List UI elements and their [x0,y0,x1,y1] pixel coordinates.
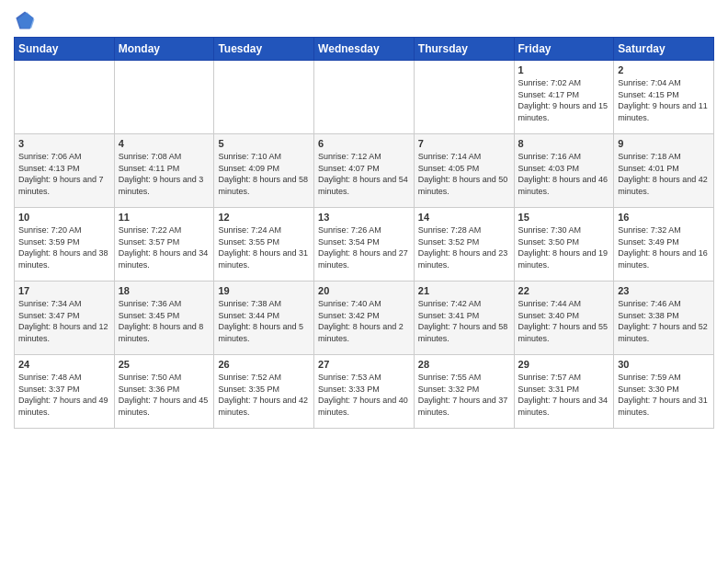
day-number: 24 [18,359,110,370]
day-info: Sunrise: 7:20 AM Sunset: 3:59 PM Dayligh… [18,224,110,270]
day-info: Sunrise: 7:06 AM Sunset: 4:13 PM Dayligh… [18,151,110,197]
calendar-cell: 10Sunrise: 7:20 AM Sunset: 3:59 PM Dayli… [15,208,115,282]
day-number: 8 [518,138,610,149]
day-info: Sunrise: 7:16 AM Sunset: 4:03 PM Dayligh… [518,151,610,197]
day-number: 17 [18,285,110,296]
day-number: 22 [518,285,610,296]
day-number: 20 [318,285,410,296]
day-number: 23 [618,285,710,296]
calendar-cell: 6Sunrise: 7:12 AM Sunset: 4:07 PM Daylig… [314,134,415,208]
calendar-week-row: 1Sunrise: 7:02 AM Sunset: 4:17 PM Daylig… [15,61,714,134]
weekday-header-friday: Friday [514,38,614,61]
calendar-cell: 8Sunrise: 7:16 AM Sunset: 4:03 PM Daylig… [514,134,614,208]
day-number: 10 [18,212,110,223]
day-info: Sunrise: 7:28 AM Sunset: 3:52 PM Dayligh… [418,224,510,270]
page-container: SundayMondayTuesdayWednesdayThursdayFrid… [0,0,728,438]
day-number: 7 [418,138,510,149]
day-number: 4 [119,138,210,149]
day-info: Sunrise: 7:14 AM Sunset: 4:05 PM Dayligh… [418,151,510,197]
day-info: Sunrise: 7:04 AM Sunset: 4:15 PM Dayligh… [618,77,710,123]
calendar-week-row: 17Sunrise: 7:34 AM Sunset: 3:47 PM Dayli… [15,282,714,355]
day-info: Sunrise: 7:57 AM Sunset: 3:31 PM Dayligh… [518,372,610,418]
day-number: 12 [218,212,310,223]
calendar-cell: 30Sunrise: 7:59 AM Sunset: 3:30 PM Dayli… [614,355,714,429]
day-number: 9 [618,138,710,149]
day-info: Sunrise: 7:55 AM Sunset: 3:32 PM Dayligh… [418,372,510,418]
day-number: 30 [618,359,710,370]
calendar-cell: 20Sunrise: 7:40 AM Sunset: 3:42 PM Dayli… [314,282,415,355]
day-info: Sunrise: 7:12 AM Sunset: 4:07 PM Dayligh… [318,151,410,197]
calendar-cell: 24Sunrise: 7:48 AM Sunset: 3:37 PM Dayli… [15,355,115,429]
day-info: Sunrise: 7:50 AM Sunset: 3:36 PM Dayligh… [119,372,210,418]
calendar-cell: 21Sunrise: 7:42 AM Sunset: 3:41 PM Dayli… [414,282,514,355]
calendar-cell: 12Sunrise: 7:24 AM Sunset: 3:55 PM Dayli… [214,208,314,282]
calendar-cell: 5Sunrise: 7:10 AM Sunset: 4:09 PM Daylig… [214,134,314,208]
logo-icon [14,9,36,31]
day-number: 14 [418,212,510,223]
day-number: 16 [618,212,710,223]
day-number: 2 [618,64,710,75]
calendar-table: SundayMondayTuesdayWednesdayThursdayFrid… [14,37,714,429]
calendar-cell [414,61,514,134]
calendar-cell: 22Sunrise: 7:44 AM Sunset: 3:40 PM Dayli… [514,282,614,355]
day-info: Sunrise: 7:40 AM Sunset: 3:42 PM Dayligh… [318,298,410,344]
day-number: 25 [119,359,210,370]
calendar-cell: 11Sunrise: 7:22 AM Sunset: 3:57 PM Dayli… [114,208,214,282]
day-number: 19 [218,285,310,296]
day-number: 15 [518,212,610,223]
calendar-cell [114,61,214,134]
weekday-header-sunday: Sunday [15,38,115,61]
calendar-cell: 28Sunrise: 7:55 AM Sunset: 3:32 PM Dayli… [414,355,514,429]
weekday-header-wednesday: Wednesday [314,38,415,61]
calendar-cell: 19Sunrise: 7:38 AM Sunset: 3:44 PM Dayli… [214,282,314,355]
day-info: Sunrise: 7:32 AM Sunset: 3:49 PM Dayligh… [618,224,710,270]
calendar-cell: 3Sunrise: 7:06 AM Sunset: 4:13 PM Daylig… [15,134,115,208]
day-info: Sunrise: 7:52 AM Sunset: 3:35 PM Dayligh… [218,372,310,418]
calendar-cell: 23Sunrise: 7:46 AM Sunset: 3:38 PM Dayli… [614,282,714,355]
day-number: 26 [218,359,310,370]
calendar-cell [214,61,314,134]
day-number: 5 [218,138,310,149]
calendar-cell: 17Sunrise: 7:34 AM Sunset: 3:47 PM Dayli… [15,282,115,355]
day-info: Sunrise: 7:24 AM Sunset: 3:55 PM Dayligh… [218,224,310,270]
calendar-cell: 7Sunrise: 7:14 AM Sunset: 4:05 PM Daylig… [414,134,514,208]
calendar-cell: 27Sunrise: 7:53 AM Sunset: 3:33 PM Dayli… [314,355,415,429]
day-info: Sunrise: 7:44 AM Sunset: 3:40 PM Dayligh… [518,298,610,344]
day-info: Sunrise: 7:30 AM Sunset: 3:50 PM Dayligh… [518,224,610,270]
day-info: Sunrise: 7:26 AM Sunset: 3:54 PM Dayligh… [318,224,410,270]
day-info: Sunrise: 7:08 AM Sunset: 4:11 PM Dayligh… [119,151,210,197]
day-number: 3 [18,138,110,149]
day-info: Sunrise: 7:34 AM Sunset: 3:47 PM Dayligh… [18,298,110,344]
day-info: Sunrise: 7:53 AM Sunset: 3:33 PM Dayligh… [318,372,410,418]
day-info: Sunrise: 7:48 AM Sunset: 3:37 PM Dayligh… [18,372,110,418]
calendar-cell: 16Sunrise: 7:32 AM Sunset: 3:49 PM Dayli… [614,208,714,282]
day-number: 27 [318,359,410,370]
day-info: Sunrise: 7:22 AM Sunset: 3:57 PM Dayligh… [119,224,210,270]
calendar-cell: 9Sunrise: 7:18 AM Sunset: 4:01 PM Daylig… [614,134,714,208]
weekday-header-tuesday: Tuesday [214,38,314,61]
calendar-week-row: 10Sunrise: 7:20 AM Sunset: 3:59 PM Dayli… [15,208,714,282]
day-number: 18 [119,285,210,296]
calendar-cell: 15Sunrise: 7:30 AM Sunset: 3:50 PM Dayli… [514,208,614,282]
day-number: 1 [518,64,610,75]
calendar-cell: 14Sunrise: 7:28 AM Sunset: 3:52 PM Dayli… [414,208,514,282]
calendar-week-row: 3Sunrise: 7:06 AM Sunset: 4:13 PM Daylig… [15,134,714,208]
day-info: Sunrise: 7:10 AM Sunset: 4:09 PM Dayligh… [218,151,310,197]
day-number: 28 [418,359,510,370]
day-number: 6 [318,138,410,149]
calendar-cell [15,61,115,134]
day-number: 29 [518,359,610,370]
weekday-header-saturday: Saturday [614,38,714,61]
day-info: Sunrise: 7:18 AM Sunset: 4:01 PM Dayligh… [618,151,710,197]
day-number: 13 [318,212,410,223]
day-info: Sunrise: 7:02 AM Sunset: 4:17 PM Dayligh… [518,77,610,123]
calendar-week-row: 24Sunrise: 7:48 AM Sunset: 3:37 PM Dayli… [15,355,714,429]
calendar-cell: 25Sunrise: 7:50 AM Sunset: 3:36 PM Dayli… [114,355,214,429]
day-number: 21 [418,285,510,296]
logo [14,9,40,31]
day-info: Sunrise: 7:46 AM Sunset: 3:38 PM Dayligh… [618,298,710,344]
day-info: Sunrise: 7:59 AM Sunset: 3:30 PM Dayligh… [618,372,710,418]
weekday-header-row: SundayMondayTuesdayWednesdayThursdayFrid… [15,38,714,61]
header-row [14,9,714,31]
calendar-cell: 2Sunrise: 7:04 AM Sunset: 4:15 PM Daylig… [614,61,714,134]
